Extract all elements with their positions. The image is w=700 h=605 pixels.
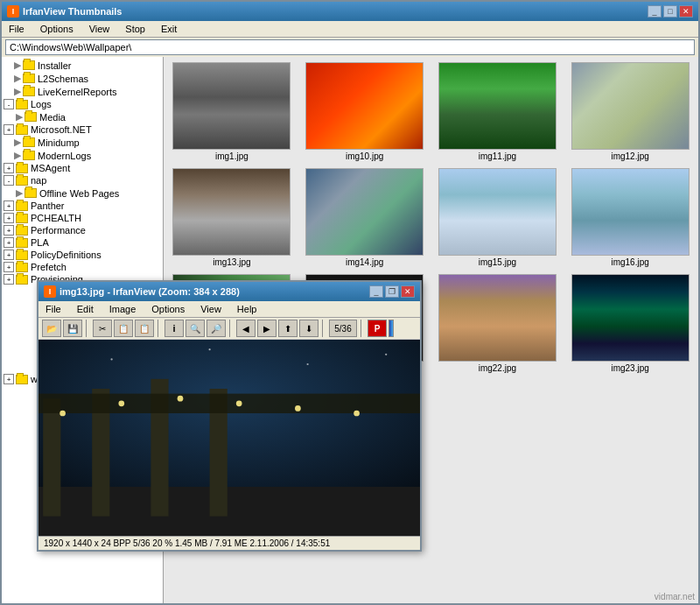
- tb-next[interactable]: ▶: [257, 320, 276, 337]
- tree-label: Installer: [38, 60, 72, 71]
- thumb-img12[interactable]: img12.jpg: [565, 60, 695, 163]
- svg-point-11: [295, 405, 301, 412]
- thumb-label: img13.jpg: [213, 257, 250, 267]
- expand-icon[interactable]: +: [4, 237, 14, 248]
- popup-restore-button[interactable]: ❐: [385, 285, 399, 298]
- menu-view[interactable]: View: [86, 23, 114, 35]
- close-button[interactable]: ✕: [679, 5, 693, 18]
- tree-label: MSAgent: [31, 163, 70, 173]
- thumb-img10[interactable]: img10.jpg: [300, 60, 430, 163]
- thumb-img15[interactable]: img15.jpg: [433, 166, 563, 269]
- expand-icon[interactable]: +: [4, 274, 14, 285]
- minimize-button[interactable]: _: [648, 5, 662, 18]
- folder-icon: [16, 238, 28, 248]
- tree-item-l2schemas[interactable]: ▶ L2Schemas: [4, 72, 161, 85]
- menu-options[interactable]: Options: [37, 23, 77, 35]
- svg-point-15: [306, 363, 308, 365]
- tree-label: nap: [31, 175, 46, 186]
- tb-save[interactable]: 💾: [63, 320, 82, 337]
- main-title: IrfanView Thumbnails: [23, 6, 122, 17]
- popup-title-text: img13.jpg - IrfanView (Zoom: 384 x 288): [60, 286, 240, 297]
- tb-info[interactable]: i: [164, 320, 184, 337]
- thumb-img1[interactable]: img1.jpg: [167, 60, 297, 163]
- folder-icon: [23, 151, 35, 160]
- popup-menu-image[interactable]: Image: [106, 303, 140, 315]
- popup-menu-help[interactable]: Help: [234, 303, 261, 315]
- thumb-img14[interactable]: img14.jpg: [300, 166, 430, 269]
- expand-icon[interactable]: +: [4, 225, 14, 236]
- expand-icon[interactable]: +: [4, 250, 14, 260]
- tree-item-livekernelreports[interactable]: ▶ LiveKernelReports: [4, 85, 161, 98]
- tb-paste[interactable]: 📋: [135, 320, 154, 337]
- popup-close-button[interactable]: ✕: [401, 285, 415, 298]
- popup-menu-view[interactable]: View: [197, 303, 225, 315]
- tree-item-offline[interactable]: ▶ Offline Web Pages: [16, 186, 161, 200]
- tb-down[interactable]: ⬇: [299, 320, 318, 337]
- tree-item-prefetch[interactable]: + Prefetch: [4, 261, 161, 273]
- popup-menu-bar: File Edit Image Options View Help: [38, 301, 420, 318]
- thumb-img11[interactable]: img11.jpg: [433, 60, 563, 163]
- irfanview-popup: I img13.jpg - IrfanView (Zoom: 384 x 288…: [37, 280, 422, 552]
- tree-item-policydefinitions[interactable]: + PolicyDefinitions: [4, 249, 161, 261]
- expand-icon[interactable]: +: [4, 124, 14, 135]
- menu-stop[interactable]: Stop: [122, 23, 149, 35]
- tree-item-logs[interactable]: - Logs: [4, 98, 161, 110]
- maximize-button[interactable]: □: [663, 5, 677, 18]
- tree-label: Minidump: [38, 137, 80, 148]
- tree-item-installer[interactable]: ▶ Installer: [4, 59, 161, 72]
- folder-icon: [16, 201, 28, 211]
- thumb-label: img16.jpg: [611, 257, 648, 267]
- tree-item-msagent[interactable]: + MSAgent: [4, 162, 161, 174]
- thumb-img23[interactable]: img23.jpg: [565, 272, 695, 375]
- thumbnail-image: [305, 62, 424, 150]
- thumb-label: img23.jpg: [611, 363, 648, 373]
- tb-open[interactable]: 📂: [42, 320, 61, 337]
- expand-icon[interactable]: -: [4, 175, 14, 186]
- tree-item-pchealth[interactable]: + PCHEALTH: [4, 212, 161, 224]
- tree-item-minidump[interactable]: ▶ Minidump: [4, 136, 161, 149]
- expand-icon[interactable]: -: [4, 99, 14, 109]
- app-icon: I: [7, 5, 19, 18]
- tree-item-microsoftnet[interactable]: + Microsoft.NET: [4, 123, 161, 136]
- tb-copy[interactable]: 📋: [114, 320, 133, 337]
- tb-zoomout[interactable]: 🔎: [206, 320, 226, 337]
- menu-exit[interactable]: Exit: [158, 23, 180, 35]
- address-path: C:\Windows\Web\Wallpaper\: [10, 42, 131, 53]
- thumb-img22[interactable]: img22.jpg: [433, 272, 563, 375]
- popup-menu-file[interactable]: File: [42, 303, 65, 315]
- tree-item-panther[interactable]: + Panther: [4, 200, 161, 212]
- tb-p[interactable]: P: [368, 320, 387, 337]
- thumb-label: img15.jpg: [479, 257, 516, 267]
- thumbnail-image: [172, 168, 290, 256]
- popup-menu-options[interactable]: Options: [148, 303, 188, 315]
- svg-point-12: [354, 411, 360, 417]
- expand-icon[interactable]: +: [4, 213, 14, 223]
- expand-icon[interactable]: +: [4, 163, 14, 173]
- thumb-img16[interactable]: img16.jpg: [565, 166, 695, 269]
- tree-item-modernlogs[interactable]: ▶ ModernLogs: [4, 149, 161, 162]
- popup-minimize-button[interactable]: _: [369, 285, 383, 298]
- expand-icon[interactable]: +: [4, 374, 14, 384]
- tree-item-performance[interactable]: + Performance: [4, 224, 161, 236]
- thumb-img13[interactable]: img13.jpg: [167, 166, 297, 269]
- popup-menu-edit[interactable]: Edit: [74, 303, 97, 315]
- tb-accent: [388, 320, 394, 337]
- tree-item-media[interactable]: ▶ Media: [16, 110, 161, 123]
- tb-sep1: [86, 320, 89, 337]
- expand-icon[interactable]: +: [4, 262, 14, 272]
- thumb-label: img12.jpg: [611, 151, 648, 161]
- tb-zoomin[interactable]: 🔍: [186, 320, 205, 337]
- svg-rect-2: [43, 398, 60, 516]
- expand-icon[interactable]: +: [4, 200, 14, 211]
- tb-cut[interactable]: ✂: [93, 320, 112, 337]
- tb-prev[interactable]: ◀: [236, 320, 256, 337]
- folder-icon: [16, 275, 28, 285]
- tree-item-pla[interactable]: + PLA: [4, 236, 161, 249]
- folder-icon: [16, 263, 28, 272]
- svg-point-16: [385, 354, 387, 355]
- tb-up[interactable]: ⬆: [278, 320, 298, 337]
- tree-item-nap[interactable]: - nap: [4, 174, 161, 186]
- menu-file[interactable]: File: [5, 23, 28, 35]
- popup-image-display[interactable]: [38, 340, 420, 536]
- folder-icon: [16, 226, 28, 236]
